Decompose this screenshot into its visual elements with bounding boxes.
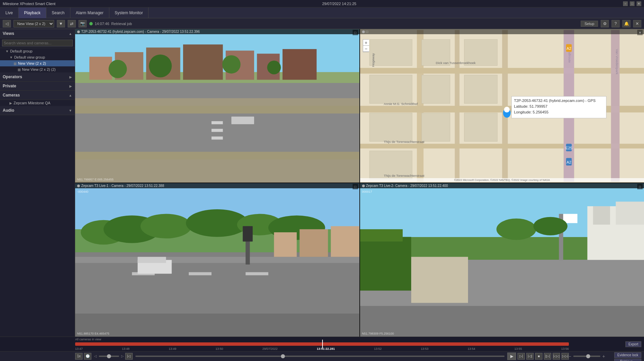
scene-svg-3	[75, 183, 359, 337]
timeline-progress-bar[interactable]	[75, 342, 569, 346]
camera-maximize-btn-map[interactable]: ✕	[637, 30, 643, 35]
timeline-bar-row[interactable]: Export	[0, 342, 644, 346]
search-input[interactable]	[2, 40, 73, 46]
timeline-time-1347: 13:47	[75, 347, 83, 351]
svg-rect-88	[616, 201, 644, 225]
svg-rect-46	[611, 30, 619, 182]
camera-cell-map: Hogeway Dick van Tussenbroekhoek Annie M…	[360, 29, 644, 183]
svg-point-9	[149, 55, 172, 77]
sidebar-item-new-view-2[interactable]: ▦ New View (2 x 2) (2)	[0, 66, 75, 72]
sidebar-item-zepcam[interactable]: ▶ Zepcam Milestone QA	[0, 100, 75, 106]
svg-point-54	[504, 107, 510, 112]
help-icon[interactable]: ?	[612, 20, 620, 27]
status-label: Retrieval job	[111, 22, 132, 26]
volume-slider[interactable]	[99, 356, 119, 357]
svg-rect-7	[283, 49, 317, 80]
snapshot-button[interactable]: 📷	[79, 20, 87, 27]
right-action-buttons: Evidence lock Retrieve...	[614, 352, 641, 361]
svg-rect-12	[75, 113, 359, 152]
svg-rect-27	[360, 144, 644, 148]
camera-coords-1: N51.799957 E:005.256455	[77, 178, 114, 181]
audio-section-header[interactable]: Audio ▼	[0, 106, 75, 115]
views-collapse-icon: ▲	[69, 32, 72, 36]
tab-live[interactable]: Live	[0, 7, 19, 18]
prev-bookmark[interactable]: |◁|	[526, 353, 534, 360]
operators-collapse-icon: ▶	[69, 75, 72, 79]
close-panel-button[interactable]: ✕	[633, 20, 641, 27]
svg-rect-70	[246, 272, 268, 275]
next-bookmark[interactable]: |▷|	[544, 353, 551, 360]
first-frame[interactable]: |◁◁	[553, 353, 560, 360]
notifications-icon[interactable]: 🔔	[622, 20, 630, 27]
operators-section-header[interactable]: Operators ▶	[0, 72, 75, 82]
tab-system-monitor[interactable]: System Monitor	[109, 7, 149, 18]
playback-controls: 1x 🕐 ◁ ▷ |◁ ▶ ▷| |◁| ■ |▷| |◁◁ ▷▷| Evide…	[0, 351, 644, 361]
svg-text:Thijs de Torenwachterstraat: Thijs de Torenwachterstraat	[383, 174, 424, 177]
camera-title-1: T2P-2053-46732-41 (hybrid.zepcam.com) - …	[81, 30, 200, 34]
sidebar-item-default-view-group[interactable]: ▼ Default view group	[0, 54, 75, 60]
zoom-slider[interactable]	[573, 356, 600, 357]
window-controls: − □ ✕	[623, 1, 641, 6]
settings-icon[interactable]: ⚙	[601, 20, 609, 27]
play-pause-button[interactable]: ▶	[507, 353, 516, 360]
sidebar-item-default-group[interactable]: ▼ Default group	[0, 48, 75, 54]
map-zoom-out-button[interactable]: −	[363, 46, 369, 52]
clock-button[interactable]: 🕐	[84, 353, 91, 360]
tab-search[interactable]: Search	[46, 7, 70, 18]
tab-playback[interactable]: Playback	[19, 7, 46, 18]
cameras-section-header[interactable]: Cameras ▲	[0, 91, 75, 100]
camera-maximize-btn-4[interactable]: □	[637, 184, 643, 189]
svg-rect-34	[369, 113, 412, 141]
speed-select-button[interactable]: 1x	[75, 353, 83, 360]
tab-alarm-manager[interactable]: Alarm Manager	[70, 7, 109, 18]
sidebar-toggle-button[interactable]: ◁	[3, 20, 11, 27]
camera-maximize-btn-1[interactable]: □	[353, 30, 358, 35]
stop-button[interactable]: ■	[535, 353, 542, 360]
timeline-time-1355: 13:55	[514, 347, 522, 351]
minimize-button[interactable]: −	[623, 1, 628, 6]
private-section-header[interactable]: Private ▶	[0, 82, 75, 91]
svg-rect-69	[189, 272, 212, 275]
swap-view-button[interactable]: ⇄	[68, 20, 76, 27]
camera-coords-3: N51.885170 E4.465475	[77, 332, 109, 335]
camera-title-3: Zepcam T3 Live-1 - Camera - 29/07/2022 1…	[81, 184, 164, 188]
retrieve-button[interactable]: Retrieve...	[614, 359, 641, 361]
svg-rect-66	[75, 260, 359, 314]
status-info: 14:07:46 Retrieval job	[89, 22, 132, 26]
svg-rect-83	[468, 260, 644, 306]
timeline-time-1349: 13:49	[169, 347, 177, 351]
camera-header-map: □	[360, 29, 644, 34]
evidence-lock-button[interactable]: Evidence lock	[614, 352, 641, 358]
svg-rect-76	[299, 229, 328, 257]
svg-point-11	[267, 61, 281, 74]
cameras-collapse-icon: ▲	[69, 93, 72, 97]
next-frame-button[interactable]: ▷|	[517, 353, 525, 360]
zoom-thumb	[586, 354, 590, 358]
private-collapse-icon: ▶	[69, 84, 72, 88]
default-view-group-label: Default view group	[14, 55, 45, 59]
last-frame[interactable]: ▷▷|	[561, 353, 569, 360]
camera-header-1: T2P-2053-46732-41 (hybrid.zepcam.com) - …	[75, 29, 359, 34]
maximize-button[interactable]: □	[630, 1, 635, 6]
expand-icon: ▼	[5, 49, 9, 53]
camera-maximize-btn-3[interactable]: □	[353, 184, 358, 189]
map-zoom-in-button[interactable]: +	[363, 40, 369, 46]
view-dropdown-button[interactable]: ▼	[57, 20, 65, 27]
timeline-time-1350: 13:50	[216, 347, 223, 351]
prev-frame-button[interactable]: |◁	[125, 353, 133, 360]
svg-rect-74	[243, 226, 252, 241]
svg-rect-32	[421, 75, 450, 104]
view-selector[interactable]: New View (2 x 2)	[14, 20, 54, 27]
speed-label: 1x	[77, 354, 81, 358]
seek-slider[interactable]	[135, 356, 505, 357]
views-section-header[interactable]: Views ▲	[0, 29, 75, 38]
svg-rect-81	[360, 229, 403, 241]
sidebar-item-new-view-1[interactable]: ▦ New View (2 x 2)	[0, 60, 75, 66]
camera-cell-3: Zepcam T3 Live-1 - Camera - 29/07/2022 1…	[75, 183, 359, 337]
close-button[interactable]: ✕	[637, 1, 641, 6]
new-view-2-label: New View (2 x 2) (2)	[22, 67, 55, 71]
timeline-date: 29/07/2022	[262, 347, 277, 351]
setup-button[interactable]: Setup	[581, 21, 598, 27]
camera-feed-4	[360, 183, 644, 337]
export-button[interactable]: Export	[625, 341, 641, 347]
